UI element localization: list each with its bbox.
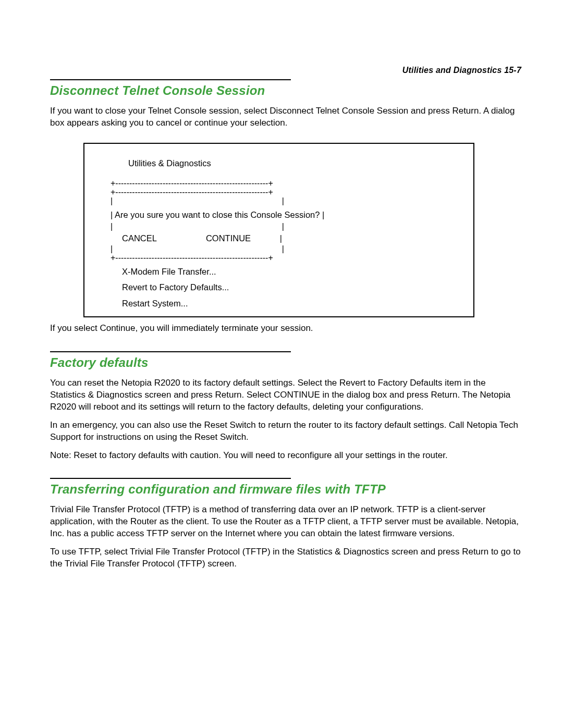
section-rule (50, 79, 291, 80)
ascii-border: +---------------------------------------… (111, 188, 463, 197)
paragraph: You can reset the Netopia R2020 to its f… (50, 377, 521, 413)
section-rule (50, 351, 291, 352)
cancel-button[interactable]: CANCEL (122, 231, 157, 245)
continue-button[interactable]: CONTINUE (206, 231, 251, 245)
paragraph: Note: Reset to factory defaults with cau… (50, 450, 521, 462)
heading-disconnect: Disconnect Telnet Console Session (50, 83, 521, 98)
menu-item-restart[interactable]: Restart System... (122, 297, 463, 310)
dialog-prompt: | Are you sure you want to close this Co… (111, 208, 463, 221)
ascii-border: | | (111, 245, 463, 254)
ascii-border: +---------------------------------------… (111, 179, 463, 188)
paragraph: If you want to close your Telnet Console… (50, 105, 521, 129)
page: Utilities and Diagnostics 15-7 Disconnec… (0, 0, 563, 728)
section-rule (50, 478, 291, 479)
ascii-border: +---------------------------------------… (111, 254, 463, 263)
terminal-screenshot: Utilities & Diagnostics +---------------… (83, 143, 474, 317)
paragraph: Trivial File Transfer Protocol (TFTP) is… (50, 504, 521, 540)
ascii-border: | | (111, 197, 463, 206)
heading-factory-defaults: Factory defaults (50, 355, 521, 370)
menu-item-xmodem[interactable]: X-Modem File Transfer... (122, 265, 463, 278)
ascii-border: | (261, 235, 282, 243)
running-header: Utilities and Diagnostics 15-7 (402, 66, 521, 75)
paragraph: To use TFTP, select Trivial File Transfe… (50, 546, 521, 570)
menu-item-revert[interactable]: Revert to Factory Defaults... (122, 280, 463, 294)
terminal-title: Utilities & Diagnostics (128, 156, 463, 170)
paragraph: If you select Continue, you will immedia… (50, 323, 521, 335)
paragraph: In an emergency, you can also use the Re… (50, 419, 521, 443)
heading-tftp: Transferring configuration and firmware … (50, 482, 521, 497)
ascii-border: | | (111, 223, 463, 231)
